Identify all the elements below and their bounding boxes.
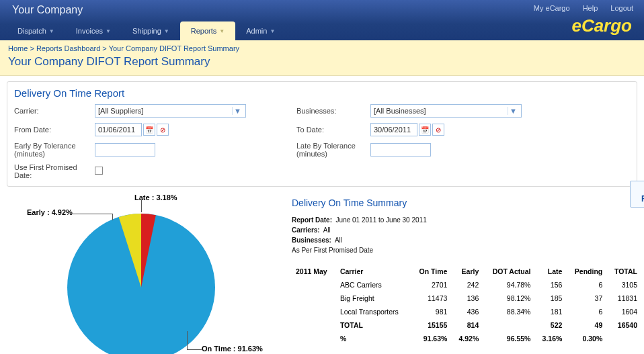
col-dot: DOT Actual — [483, 265, 534, 278]
cell-early: 436 — [451, 305, 483, 318]
ecargo-logo: eCargo — [571, 15, 632, 36]
to-date-label: To Date: — [296, 126, 370, 134]
to-date-group: 30/06/2011 📅 ⊘ — [370, 123, 532, 136]
nav-admin[interactable]: Admin▼ — [235, 21, 286, 40]
pie-chart: Late : 3.18% Early : 4.92% On Time : 91.… — [7, 193, 276, 354]
link-help[interactable]: Help — [583, 4, 598, 12]
clear-icon[interactable]: ⊘ — [432, 124, 444, 136]
period-header: 2011 May — [292, 265, 336, 278]
cell-carrier: ABC Carriers — [336, 278, 411, 292]
table-row: Local Transporters 981 436 88.34% 181 6 … — [292, 305, 641, 318]
late-tol-label: Late By Tolerance (minutes) — [296, 142, 370, 158]
cell-total: 16540 — [606, 318, 641, 332]
filter-panel: Delivery On Time Report Carrier: [All Su… — [7, 81, 637, 187]
leader-line — [141, 200, 142, 212]
cell-dot: 88.34% — [483, 305, 534, 318]
pie-svg — [7, 193, 276, 354]
summary-meta: Report Date: June 01 2011 to June 30 201… — [292, 215, 641, 255]
panel-title: Delivery On Time Report — [14, 87, 630, 99]
nav-label: Invoices — [76, 27, 103, 35]
top-bar: Your Company My eCargo Help Logout Dispa… — [0, 0, 644, 40]
crumb-sep: > — [30, 44, 34, 52]
content-area: Late : 3.18% Early : 4.92% On Time : 91.… — [0, 192, 644, 354]
cell-carrier: Big Freight — [336, 292, 411, 305]
cell-early: 136 — [451, 292, 483, 305]
cell-ontime: 981 — [411, 305, 451, 318]
carrier-value: [All Suppliers] — [98, 107, 143, 115]
cell-pending: 49 — [566, 318, 606, 332]
cell-pending: 37 — [566, 292, 606, 305]
cell-ontime: 15155 — [411, 318, 451, 332]
leader-line — [71, 214, 113, 214]
cell-early: 814 — [451, 318, 483, 332]
pie-label-early: Early : 4.92% — [27, 208, 73, 216]
cell-pending: 0.30% — [566, 332, 606, 345]
link-logout[interactable]: Logout — [610, 4, 633, 12]
to-date-input[interactable]: 30/06/2011 — [370, 123, 417, 136]
link-my-ecargo[interactable]: My eCargo — [534, 4, 570, 12]
meta-label: Carriers: — [292, 226, 320, 234]
page-title: Your Company DIFOT Report Summary — [8, 55, 636, 69]
use-first-checkbox[interactable] — [95, 167, 103, 175]
business-select[interactable]: [All Businesses] ▼ — [370, 104, 522, 118]
clear-icon[interactable]: ⊘ — [157, 124, 169, 136]
filter-grid: Carrier: [All Suppliers] ▼ Businesses: [… — [14, 104, 630, 179]
cell-total — [606, 332, 641, 345]
cell-late: 156 — [534, 278, 566, 292]
cell-late: 181 — [534, 305, 566, 318]
breadcrumb-bar: Home > Reports Dashboard > Your Company … — [0, 40, 644, 76]
nav-shipping[interactable]: Shipping▼ — [122, 21, 180, 40]
from-date-label: From Date: — [14, 126, 95, 134]
cell-dot: 94.78% — [483, 278, 534, 292]
cell-early: 4.92% — [451, 332, 483, 345]
chevron-down-icon: ▼ — [232, 107, 243, 115]
business-label: Businesses: — [296, 107, 370, 115]
chevron-down-icon: ▼ — [106, 28, 111, 34]
pie-label-ontime: On Time : 91.63% — [202, 345, 263, 353]
nav-reports[interactable]: Reports▼ — [180, 21, 235, 40]
col-total: TOTAL — [606, 265, 641, 278]
calendar-icon[interactable]: 📅 — [419, 124, 431, 136]
col-ontime: On Time — [411, 265, 451, 278]
cell-total: 3105 — [606, 278, 641, 292]
early-tol-input[interactable] — [95, 143, 155, 157]
chevron-down-icon: ▼ — [164, 28, 169, 34]
table-total-row: TOTAL 15155 814 522 49 16540 — [292, 318, 641, 332]
cell-dot — [483, 318, 534, 332]
meta-value: All — [323, 226, 331, 234]
view-report-button[interactable]: View Report — [630, 181, 644, 208]
nav-label: Admin — [246, 27, 267, 35]
cell-total: 1604 — [606, 305, 641, 318]
company-name: Your Company — [12, 4, 83, 16]
cell-late: 522 — [534, 318, 566, 332]
top-links: My eCargo Help Logout — [523, 4, 633, 12]
cell-label: % — [336, 332, 411, 345]
nav-dispatch[interactable]: Dispatch▼ — [7, 21, 65, 40]
leader-line — [112, 214, 113, 220]
calendar-icon[interactable]: 📅 — [143, 124, 155, 136]
main-nav: Dispatch▼ Invoices▼ Shipping▼ Reports▼ A… — [7, 21, 286, 40]
meta-value: All — [335, 236, 342, 244]
crumb-dashboard[interactable]: Reports Dashboard — [36, 44, 100, 52]
table-header-row: 2011 May Carrier On Time Early DOT Actua… — [292, 265, 641, 278]
cell-late: 3.16% — [534, 332, 566, 345]
meta-label: Report Date: — [292, 216, 332, 224]
early-tol-label: Early By Tolerance (minutes) — [14, 142, 95, 158]
table-row: ABC Carriers 2701 242 94.78% 156 6 3105 — [292, 278, 641, 292]
crumb-home[interactable]: Home — [8, 44, 28, 52]
meta-asper: As Per First Promised Date — [292, 245, 641, 255]
cell-dot: 96.55% — [483, 332, 534, 345]
cell-late: 185 — [534, 292, 566, 305]
crumb-current[interactable]: Your Company DIFOT Report Summary — [109, 44, 239, 52]
table-row: Big Freight 11473 136 98.12% 185 37 1183… — [292, 292, 641, 305]
to-date-value: 30/06/2011 — [374, 126, 411, 134]
from-date-input[interactable]: 01/06/2011 — [95, 123, 142, 136]
cell-label: TOTAL — [336, 318, 411, 332]
business-value: [All Businesses] — [374, 107, 426, 115]
cell-early: 242 — [451, 278, 483, 292]
from-date-group: 01/06/2011 📅 ⊘ — [95, 123, 256, 136]
nav-invoices[interactable]: Invoices▼ — [65, 21, 122, 40]
late-tol-input[interactable] — [370, 143, 431, 157]
nav-label: Dispatch — [17, 27, 46, 35]
carrier-select[interactable]: [All Suppliers] ▼ — [95, 104, 246, 118]
